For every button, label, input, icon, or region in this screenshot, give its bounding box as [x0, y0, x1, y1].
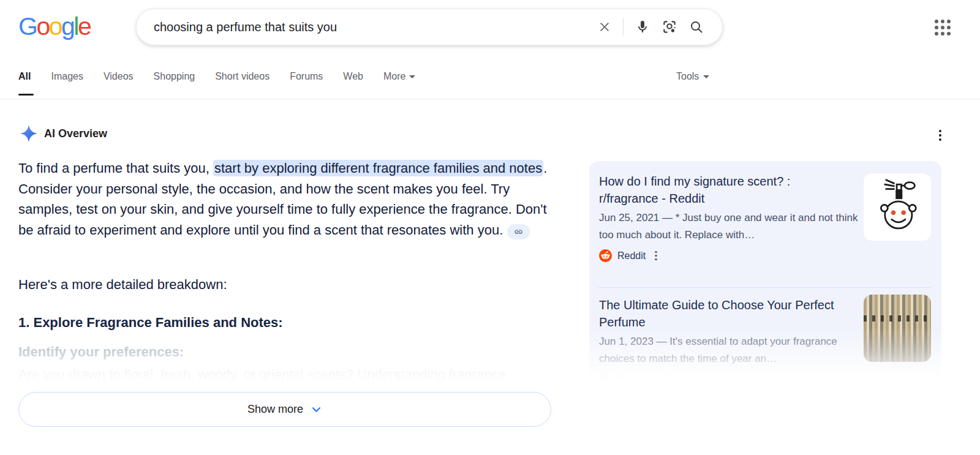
active-tab-underline	[18, 94, 34, 96]
highlighted-text: start by exploring different fragrance f…	[213, 160, 543, 176]
content-fade-overlay	[0, 331, 582, 393]
tab-web[interactable]: Web	[343, 71, 363, 82]
tab-all[interactable]: All	[18, 71, 31, 82]
source-card-snippet: Jun 25, 2021 — * Just buy one and wear i…	[599, 209, 862, 243]
tab-more[interactable]: More	[383, 71, 415, 82]
chevron-down-icon	[409, 75, 415, 78]
search-bar[interactable]: choosing a perfume that suits you	[136, 9, 723, 45]
sub-heading: Identify your preferences:	[18, 344, 184, 360]
section-heading: 1. Explore Fragrance Families and Notes:	[18, 315, 283, 331]
source-card-title[interactable]: The Ultimate Guide to Choose Your Perfec…	[599, 296, 851, 331]
tab-images[interactable]: Images	[51, 71, 83, 82]
google-search-results-page: Google choosing a perfume that suits you	[0, 0, 980, 455]
source-card-snippet: Jun 1, 2023 — It's essential to adapt yo…	[599, 333, 862, 367]
breakdown-intro: Here's a more detailed breakdown:	[18, 277, 227, 293]
source-site-name: Reddit	[617, 250, 646, 261]
ai-overview-header: AI Overview	[20, 125, 107, 142]
source-attribution-row: Maison 21G	[599, 374, 681, 382]
tools-button[interactable]: Tools	[676, 71, 709, 82]
source-card-title[interactable]: How do I find my signature scent? : r/fr…	[599, 173, 851, 207]
ai-sparkle-icon	[20, 125, 37, 142]
google-apps-icon[interactable]	[932, 17, 953, 38]
source-attribution-row: Reddit	[599, 249, 657, 262]
tab-short-videos[interactable]: Short videos	[215, 71, 270, 82]
results-tab-bar: All Images Videos Shopping Short videos …	[18, 71, 415, 82]
reddit-snoo-drawing	[869, 179, 925, 235]
search-input[interactable]: choosing a perfume that suits you	[137, 20, 598, 34]
tab-forums[interactable]: Forums	[290, 71, 323, 82]
microphone-icon[interactable]	[635, 20, 650, 34]
card-menu-icon[interactable]	[655, 251, 657, 261]
perfume-vials-thumbnail[interactable]	[864, 295, 931, 362]
clear-search-icon[interactable]	[598, 20, 611, 34]
tab-videos[interactable]: Videos	[104, 71, 134, 82]
reddit-thumbnail[interactable]	[864, 173, 931, 241]
chevron-down-icon	[311, 404, 322, 415]
reddit-favicon	[599, 249, 612, 262]
chevron-down-icon	[703, 75, 709, 78]
google-logo[interactable]: Google	[18, 12, 90, 41]
source-site-name: Maison 21G	[617, 374, 669, 382]
source-link-icon[interactable]	[507, 224, 530, 239]
card-menu-icon[interactable]	[679, 375, 681, 382]
divider	[623, 18, 624, 36]
ai-overview-title: AI Overview	[44, 127, 107, 140]
header-divider	[0, 99, 980, 99]
ai-overview-paragraph: To find a perfume that suits you, start …	[18, 158, 554, 240]
tab-shopping[interactable]: Shopping	[154, 71, 195, 82]
paragraph-text: To find a perfume that suits you,	[18, 160, 213, 176]
show-more-button[interactable]: Show more	[18, 392, 551, 427]
faded-truncated-text: Are you drawn to floral, fresh, woody, o…	[18, 367, 506, 383]
ai-overview-sources-panel: How do I find my signature scent? : r/fr…	[589, 161, 941, 382]
google-lens-icon[interactable]	[662, 19, 677, 35]
search-submit-icon[interactable]	[689, 20, 704, 34]
maison-favicon	[599, 374, 611, 382]
ai-overview-menu-icon[interactable]	[933, 126, 947, 145]
search-bar-icons	[598, 18, 722, 36]
card-divider	[598, 287, 931, 288]
